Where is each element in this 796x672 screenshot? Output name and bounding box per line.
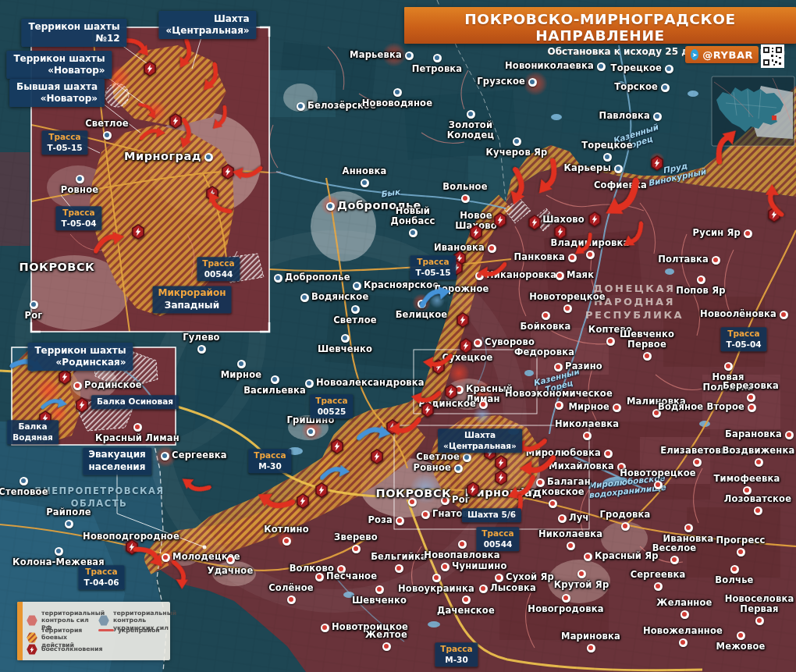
legend-accent-bar	[17, 602, 23, 660]
legend-item: боестолкновения	[27, 644, 98, 655]
inset-pokrovsk-background	[20, 27, 269, 332]
war-map-canvas: ДОНЕЦКАЯ НАРОДНАЯ РЕСПУБЛИКАДНЕПРОПЕТРОВ…	[0, 0, 796, 672]
telegram-icon: ➤	[691, 49, 698, 60]
credit-chip: ➤ @RYBAR	[685, 46, 759, 63]
legend-item: укрепрайон	[98, 627, 174, 634]
inset-rodynske-background	[12, 347, 176, 445]
hex-ua-icon	[98, 615, 109, 626]
map-title: ПОКРОВСКО-МИРНОГРАДСКОЕ НАПРАВЛЕНИЕ	[404, 7, 796, 44]
line-fort-icon	[98, 629, 114, 631]
legend-label: боестолкновения	[41, 645, 98, 652]
credit-handle: @RYBAR	[702, 49, 753, 61]
ukraine-minimap	[712, 76, 794, 146]
map-legend: территориальный контроль сил РФтерритори…	[17, 602, 170, 660]
hex-combat-icon	[27, 632, 37, 643]
map-base-layers	[0, 0, 796, 672]
minimap-region-marker	[772, 116, 776, 120]
hex-clash-icon	[27, 644, 37, 655]
title-banner: ПОКРОВСКО-МИРНОГРАДСКОЕ НАПРАВЛЕНИЕ Обст…	[404, 7, 796, 44]
qr-code	[761, 44, 784, 68]
legend-label: укрепрайон	[118, 627, 174, 634]
hex-rf-icon	[27, 615, 37, 626]
